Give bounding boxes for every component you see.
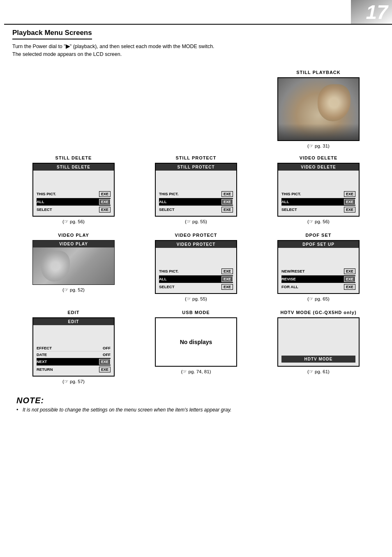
top-row-1: STILL PLAYBACK (☞ pg. 31)	[12, 67, 380, 152]
top-rule	[4, 24, 392, 25]
edit-spacer	[37, 328, 111, 345]
dpof-set-row2-left: REVISE	[281, 277, 296, 281]
still-delete-screen: STILL DELETE THIS PICT. EXE ALL EXE SELE…	[32, 163, 115, 217]
video-delete-spacer	[281, 174, 355, 190]
video-delete-row2-left: ALL	[281, 199, 289, 204]
still-protect-row3-left: SELECT	[159, 207, 174, 212]
usb-mode-cell: USB MODE No displays (☞ pg. 74, 81)	[135, 307, 257, 388]
video-protect-label: VIDEO PROTECT	[175, 233, 217, 238]
page-number-area: 17	[351, 0, 392, 25]
video-play-label: VIDEO PLAY	[58, 233, 89, 238]
video-protect-row2-right: EXE	[221, 276, 233, 282]
still-delete-row-2: ALL EXE	[37, 198, 111, 206]
video-protect-row-3: SELECT EXE	[159, 283, 233, 291]
intro-line2: The selected mode appears on the LCD scr…	[12, 51, 122, 57]
still-delete-ref: (☞ pg. 56)	[62, 219, 85, 224]
video-delete-row1-left: THIS PICT.	[281, 192, 301, 196]
video-play-photo	[33, 247, 114, 284]
edit-row3-left: NEXT	[37, 359, 47, 364]
dpof-set-row2-right: EXE	[344, 276, 355, 282]
video-protect-body: THIS PICT. EXE ALL EXE SELECT EXE	[156, 248, 236, 293]
still-protect-label: STILL PROTECT	[176, 155, 217, 160]
dpof-set-row1-right: EXE	[344, 268, 355, 274]
dpof-set-label: DPOF SET	[305, 233, 331, 238]
still-delete-row3-left: SELECT	[37, 207, 52, 212]
hdtv-spacer	[278, 318, 359, 356]
still-protect-row2-left: ALL	[159, 199, 166, 204]
video-delete-screen: VIDEO DELETE THIS PICT. EXE ALL EXE SELE…	[277, 163, 360, 217]
still-protect-row1-left: THIS PICT.	[159, 192, 179, 196]
still-protect-row2-right: EXE	[221, 199, 233, 205]
hdtv-title-bar: HDTV MODE	[281, 356, 355, 363]
hdtv-mode-screen: HDTV MODE	[277, 317, 360, 367]
section-title: Playback Menu Screens	[12, 29, 92, 39]
still-delete-row1-right: EXE	[99, 191, 111, 197]
video-protect-row2-left: ALL	[159, 277, 166, 281]
video-delete-cell: VIDEO DELETE VIDEO DELETE THIS PICT. EXE…	[257, 152, 380, 228]
video-protect-row-2: ALL EXE	[159, 275, 233, 283]
still-delete-spacer	[37, 174, 111, 190]
edit-row-4: RETURN EXE	[37, 366, 111, 373]
row-2: STILL DELETE STILL DELETE THIS PICT. EXE…	[12, 152, 380, 228]
still-delete-row1-left: THIS PICT.	[37, 192, 56, 196]
row-4: EDIT EDIT EFFECT OFF DATE OFF NEXT EXE	[12, 307, 380, 388]
edit-body: EFFECT OFF DATE OFF NEXT EXE RETURN EXE	[33, 325, 114, 376]
still-protect-cell: STILL PROTECT STILL PROTECT THIS PICT. E…	[135, 152, 257, 228]
video-play-ref: (☞ pg. 52)	[62, 287, 85, 293]
still-protect-row3-right: EXE	[221, 207, 233, 213]
edit-row4-left: RETURN	[37, 367, 53, 372]
video-delete-row-3: SELECT EXE	[281, 206, 355, 213]
still-protect-body: THIS PICT. EXE ALL EXE SELECT EXE	[156, 171, 236, 216]
usb-mode-label: USB MODE	[182, 310, 210, 315]
edit-screen: EDIT EFFECT OFF DATE OFF NEXT EXE	[32, 317, 115, 377]
video-protect-title: VIDEO PROTECT	[156, 241, 236, 248]
still-delete-body: THIS PICT. EXE ALL EXE SELECT EXE	[33, 171, 114, 216]
dpof-set-row-3: FOR ALL EXE	[281, 283, 355, 291]
video-protect-row-1: THIS PICT. EXE	[159, 268, 233, 275]
edit-title: EDIT	[33, 318, 114, 325]
page-number: 17	[366, 2, 388, 22]
still-protect-screen: STILL PROTECT THIS PICT. EXE ALL EXE SEL…	[155, 163, 237, 217]
still-protect-ref: (☞ pg. 55)	[185, 219, 207, 224]
edit-cell: EDIT EDIT EFFECT OFF DATE OFF NEXT EXE	[12, 307, 135, 388]
still-delete-row2-left: ALL	[37, 199, 44, 204]
edit-label: EDIT	[67, 310, 79, 315]
note-bullet: It is not possible to change the setting…	[16, 407, 376, 413]
edit-row3-right: EXE	[99, 359, 111, 365]
video-delete-ref: (☞ pg. 56)	[307, 219, 330, 224]
intro-line1: Turn the Power dial to "▶" (playback), a…	[12, 44, 214, 49]
dpof-set-screen: DPOF SET UP NEW/RESET EXE REVISE EXE FOR…	[277, 240, 360, 294]
edit-row2-left: DATE	[37, 352, 47, 357]
video-delete-row3-left: SELECT	[281, 207, 297, 212]
edit-row-1: EFFECT OFF	[37, 345, 111, 351]
video-protect-ref: (☞ pg. 55)	[185, 296, 207, 302]
dpof-set-row3-right: EXE	[344, 284, 355, 290]
video-protect-spacer	[159, 251, 233, 268]
still-playback-cell: STILL PLAYBACK (☞ pg. 31)	[257, 67, 380, 152]
dpof-set-row-2: REVISE EXE	[281, 275, 355, 283]
still-protect-row-3: SELECT EXE	[159, 206, 233, 213]
still-delete-row-1: THIS PICT. EXE	[37, 190, 111, 198]
intro-text: Turn the Power dial to "▶" (playback), a…	[12, 43, 380, 58]
video-play-title: VIDEO PLAY	[33, 240, 114, 247]
hdtv-mode-cell: HDTV MODE (GC-QX5HD only) HDTV MODE (☞ p…	[257, 307, 380, 388]
usb-mode-screen: No displays	[155, 317, 237, 367]
video-play-flower	[41, 251, 70, 282]
still-protect-row-2: ALL EXE	[159, 198, 233, 206]
dpof-set-row3-left: FOR ALL	[281, 284, 298, 289]
dpof-set-ref: (☞ pg. 65)	[307, 296, 330, 302]
empty-spacer-1	[12, 67, 257, 152]
video-protect-row1-left: THIS PICT.	[159, 269, 179, 273]
video-protect-screen: VIDEO PROTECT THIS PICT. EXE ALL EXE SEL…	[155, 240, 237, 294]
video-delete-title: VIDEO DELETE	[278, 164, 359, 171]
still-playback-image	[277, 77, 360, 141]
edit-row1-right: OFF	[103, 346, 111, 350]
note-title: NOTE:	[16, 396, 376, 405]
dpof-set-row-1: NEW/RESET EXE	[281, 268, 355, 275]
still-delete-cell: STILL DELETE STILL DELETE THIS PICT. EXE…	[12, 152, 135, 228]
video-play-screen: VIDEO PLAY	[32, 240, 115, 285]
video-delete-row2-right: EXE	[344, 199, 355, 205]
video-delete-row3-right: EXE	[344, 207, 355, 213]
usb-mode-ref: (☞ pg. 74, 81)	[181, 369, 211, 374]
hdtv-mode-label: HDTV MODE (GC-QX5HD only)	[280, 310, 356, 315]
